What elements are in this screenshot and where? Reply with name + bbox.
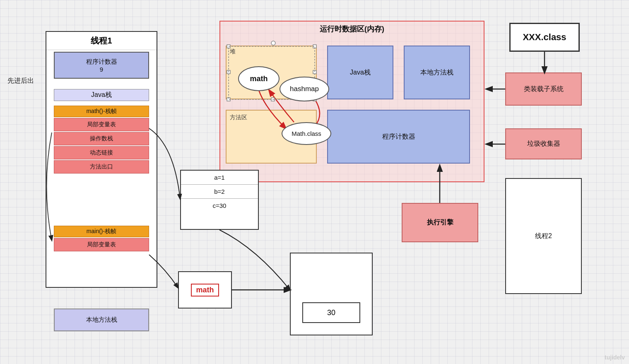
oval-mathclass: Math.class [282, 122, 331, 145]
prog-counter-rt: 程序计数器 [327, 110, 470, 164]
exec-engine-label: 执行引擎 [427, 218, 453, 227]
thread2-label: 线程2 [535, 232, 552, 241]
oval-hashmap: hashmap [280, 77, 329, 101]
java-stack-label: Java栈 [54, 89, 149, 101]
class-loader-label: 类装载子系统 [524, 85, 564, 94]
var-c: c=30 [181, 199, 258, 212]
method-area-label: 方法区 [230, 114, 247, 121]
native-stack-left: 本地方法栈 [54, 309, 149, 331]
math-label-text: math [191, 284, 219, 297]
java-stack-rt: Java栈 [327, 46, 393, 99]
math-frame-item-1: 操作数栈 [54, 132, 149, 145]
java-stack-rt-label: Java栈 [350, 68, 371, 77]
math-frame-item-2: 动态链接 [54, 146, 149, 159]
math-frame-title: math()-栈帧 [54, 106, 149, 117]
main-frame-item-0: 局部变量表 [54, 238, 149, 251]
prog-counter-value: 9 [100, 66, 103, 73]
native-stack-left-label: 本地方法栈 [86, 316, 117, 324]
xxx-class-label: XXX.class [523, 32, 566, 43]
xianhou-label: 先进后出 [7, 77, 34, 85]
math-frame-item-3: 方法出口 [54, 160, 149, 174]
math-stack-frame: math()-栈帧 局部变量表 操作数栈 动态链接 方法出口 [54, 106, 149, 174]
native-stack-rt-label: 本地方法栈 [420, 68, 453, 77]
gc-label: 垃圾收集器 [527, 140, 560, 148]
var-a: a=1 [181, 171, 258, 185]
xxx-class-box: XXX.class [509, 23, 580, 52]
main-stack-frame: main()-栈帧 局部变量表 [54, 226, 149, 251]
vars-box: a=1 b=2 c=30 [180, 170, 259, 230]
bottom-center-box [290, 253, 373, 335]
thread2-box: 线程2 [505, 178, 582, 294]
var-b: b=2 [181, 185, 258, 199]
prog-counter-box: 程序计数器 9 [54, 52, 149, 79]
math-label-box: math [178, 271, 232, 309]
gc-box: 垃圾收集器 [505, 128, 582, 159]
bottom-center-value: 30 [302, 302, 360, 323]
exec-engine-box: 执行引擎 [402, 203, 478, 242]
oval-math: math [238, 66, 280, 91]
watermark: tujidelv [605, 354, 625, 361]
prog-counter-label: 程序计数器 [86, 58, 117, 66]
class-loader-box: 类装载子系统 [505, 72, 582, 106]
math-frame-item-0: 局部变量表 [54, 118, 149, 131]
runtime-title: 运行时数据区(内存) [220, 22, 484, 36]
main-frame-title: main()-栈帧 [54, 226, 149, 237]
prog-counter-rt-label: 程序计数器 [382, 133, 415, 141]
native-stack-rt: 本地方法栈 [404, 46, 470, 99]
main-canvas: 先进后出 线程1 程序计数器 9 Java栈 math()-栈帧 局部变量表 操… [0, 0, 629, 364]
thread1-title: 线程1 [46, 32, 157, 50]
heap-label: 堆 [227, 46, 316, 57]
